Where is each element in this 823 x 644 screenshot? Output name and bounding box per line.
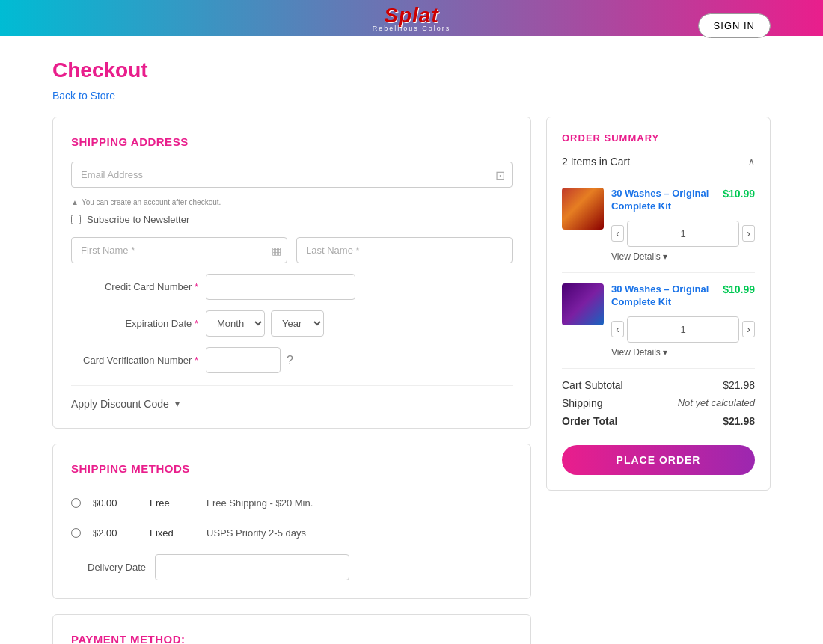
item-1-view-details-row: View Details ▾ [562,251,755,262]
right-column: ORDER SUMMARY 2 Items in Cart ∧ 30 Washe… [546,117,771,644]
credit-card-label: Credit Card Number * [71,281,206,292]
item-2-info: 30 Washes – Original Complete Kit $10.99… [611,283,755,343]
order-total-value: $21.98 [723,415,755,427]
help-icon[interactable]: ? [287,354,293,367]
shipping-address-title: SHIPPING ADDRESS [71,135,513,148]
item-1-qty-increase[interactable]: › [742,225,755,242]
item-2-qty-controls: ‹ › [611,316,755,343]
cart-count: 2 Items in Cart [562,156,630,168]
page-title: Checkout [52,58,771,82]
item-1-qty-decrease[interactable]: ‹ [611,225,624,242]
item-1-info: 30 Washes – Original Complete Kit $10.99… [611,188,755,247]
email-icon: ⊡ [495,168,505,182]
item-1-image [562,188,604,230]
first-name-input[interactable] [71,237,287,263]
item-2-qty-increase[interactable]: › [742,321,755,337]
delivery-date-label: Delivery Date [88,562,146,573]
item-2-view-details-row: View Details ▾ [562,347,755,358]
checkout-layout: SHIPPING ADDRESS ⊡ ▲ You can create an a… [52,117,771,644]
shipping-address-section: SHIPPING ADDRESS ⊡ ▲ You can create an a… [52,117,531,429]
credit-card-row: Credit Card Number * [71,274,513,300]
cart-subtotal-label: Cart Subtotal [562,379,623,391]
sign-in-button[interactable]: SIGN IN [698,13,771,38]
shipping-price-fixed: $2.00 [93,527,138,539]
delivery-date-row: Delivery Date [71,554,513,580]
cart-subtotal-row: Cart Subtotal $21.98 [562,379,755,391]
shipping-type-free: Free [150,497,195,509]
chevron-down-icon-2: ▾ [663,347,667,358]
place-order-button[interactable]: PLACE ORDER [562,445,755,475]
shipping-desc-fixed: USPS Priority 2-5 days [206,527,306,539]
discount-code-toggle[interactable]: Apply Discount Code ▾ [71,398,513,410]
chevron-down-icon: ▾ [175,399,180,409]
order-total-row: Order Total $21.98 [562,415,755,427]
name-row: ▦ [71,237,513,263]
email-input[interactable] [71,162,513,188]
shipping-row: Shipping Not yet calculated [562,397,755,409]
discount-label: Apply Discount Code [71,398,169,410]
person-icon: ▦ [272,245,281,257]
shipping-price-free: $0.00 [93,497,138,509]
expiration-row: Expiration Date * Month01020304050607080… [71,310,513,337]
expiration-label: Expiration Date * [71,318,206,329]
shipping-value: Not yet calculated [678,397,755,409]
newsletter-checkbox[interactable] [71,215,81,224]
chevron-down-icon: ▾ [663,251,667,262]
item-2-view-details[interactable]: View Details ▾ [611,347,755,358]
payment-method-section: PAYMENT METHOD: [52,614,531,644]
payment-title: PAYMENT METHOD: [71,633,513,644]
cart-subtotal-value: $21.98 [723,379,755,391]
item-1-view-details[interactable]: View Details ▾ [611,251,755,262]
account-hint: ▲ You can create an account after checko… [71,198,513,206]
logo: Splat Rebellious Colors [373,4,451,32]
delivery-date-input[interactable] [155,554,349,580]
shipping-label: Shipping [562,397,603,409]
order-summary-title: ORDER SUMMARY [562,132,755,144]
last-name-input[interactable] [296,237,513,263]
item-2-qty-decrease[interactable]: ‹ [611,321,624,337]
order-totals: Cart Subtotal $21.98 Shipping Not yet ca… [562,379,755,427]
month-select[interactable]: Month010203040506070809101112 [206,310,265,337]
form-divider [71,385,513,386]
cart-collapse-icon[interactable]: ∧ [748,156,755,167]
shipping-radio-free[interactable] [71,498,81,508]
left-column: SHIPPING ADDRESS ⊡ ▲ You can create an a… [52,117,531,644]
year-select[interactable]: Year202420252026202720282029203020312032… [271,310,324,337]
credit-card-input[interactable] [206,274,355,300]
shipping-methods-section: SHIPPING METHODS $0.00 Free Free Shippin… [52,444,531,599]
item-2-name: 30 Washes – Original Complete Kit [611,283,723,309]
order-summary-box: ORDER SUMMARY 2 Items in Cart ∧ 30 Washe… [546,117,771,491]
item-1-price: $10.99 [723,188,755,200]
cvv-label: Card Verification Number * [71,355,206,366]
item-1-qty-controls: ‹ › [611,221,755,247]
order-total-label: Order Total [562,415,617,427]
item-2-image [562,283,604,325]
back-to-store-link[interactable]: Back to Store [52,90,771,102]
newsletter-row: Subscribe to Newsletter [71,214,513,225]
newsletter-label: Subscribe to Newsletter [87,214,189,225]
cvv-row: Card Verification Number * ? [71,347,513,373]
email-row: ⊡ [71,162,513,188]
item-1-qty-input[interactable] [627,221,739,247]
shipping-methods-title: SHIPPING METHODS [71,462,513,475]
cart-item-2: 30 Washes – Original Complete Kit $10.99… [562,283,755,369]
shipping-type-fixed: Fixed [150,527,195,539]
shipping-option-free: $0.00 Free Free Shipping - $20 Min. [71,488,513,518]
shipping-option-fixed: $2.00 Fixed USPS Priority 2-5 days [71,518,513,548]
item-2-price: $10.99 [723,283,755,295]
shipping-radio-fixed[interactable] [71,528,81,538]
cart-item-1: 30 Washes – Original Complete Kit $10.99… [562,188,755,273]
cvv-input[interactable] [206,347,281,373]
item-2-qty-input[interactable] [627,316,739,343]
item-1-name: 30 Washes – Original Complete Kit [611,188,723,213]
cart-header: 2 Items in Cart ∧ [562,156,755,177]
logo-sub: Rebellious Colors [373,25,451,32]
shipping-desc-free: Free Shipping - $20 Min. [206,497,313,509]
